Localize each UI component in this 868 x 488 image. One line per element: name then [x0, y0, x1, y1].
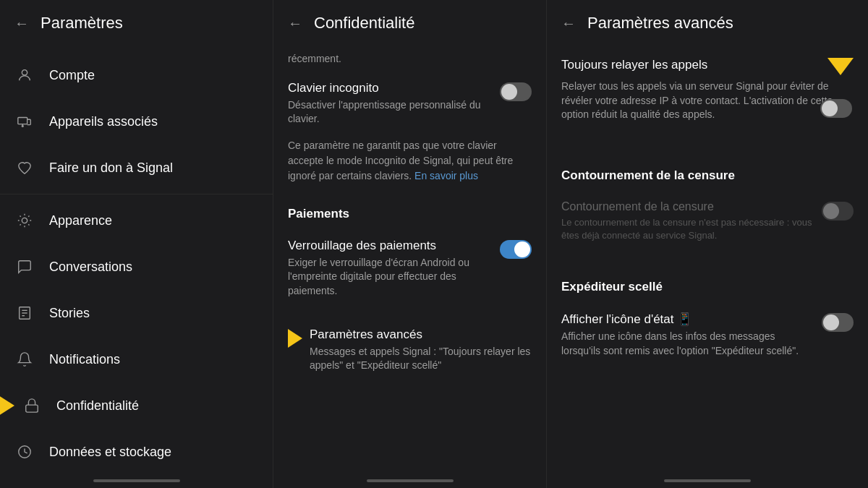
- settings-header: ← Paramètres: [0, 0, 273, 46]
- parametres-avances-content: Paramètres avancés Messages et appels Si…: [310, 328, 532, 373]
- appareils-icon: [14, 111, 35, 132]
- conversations-icon: [14, 257, 35, 277]
- settings-item-stories[interactable]: Stories: [0, 290, 273, 336]
- settings-item-donnees[interactable]: Données et stockage: [0, 429, 273, 471]
- apparence-label: Apparence: [49, 213, 112, 228]
- verrouillage-toggle[interactable]: [500, 240, 532, 259]
- settings-title: Paramètres: [41, 14, 123, 33]
- stories-icon: [14, 303, 35, 323]
- conversations-label: Conversations: [49, 260, 132, 275]
- settings-item-compte[interactable]: Compte: [0, 52, 273, 98]
- confidentialite-title: Confidentialité: [314, 14, 414, 33]
- svg-rect-9: [26, 405, 38, 412]
- icone-etat-title: Afficher l'icône d'état 📱: [561, 312, 813, 327]
- notifications-label: Notifications: [49, 352, 120, 367]
- icone-etat-row[interactable]: Afficher l'icône d'état 📱 Afficher une i…: [561, 300, 854, 369]
- verrouillage-title: Verrouillage des paiements: [288, 239, 491, 253]
- relayer-toggle[interactable]: [820, 99, 852, 118]
- settings-item-don[interactable]: Faire un don à Signal: [0, 145, 273, 191]
- confidentialite-icon: [22, 395, 42, 416]
- don-icon: [14, 158, 35, 178]
- bottom-bar-3: [664, 479, 751, 482]
- clavier-toggle[interactable]: [500, 82, 532, 101]
- confidentialite-content: récemment. Clavier incognito Désactiver …: [273, 46, 546, 471]
- relayer-text: Toujours relayer les appels Relayer tous…: [561, 58, 854, 122]
- parametres-avances-item[interactable]: Paramètres avancés Messages et appels Si…: [288, 316, 532, 385]
- verrouillage-row[interactable]: Verrouillage des paiements Exiger le ver…: [288, 227, 532, 310]
- settings-item-appareils[interactable]: Appareils associés: [0, 98, 273, 145]
- icone-etat-text: Afficher l'icône d'état 📱 Afficher une i…: [561, 312, 813, 358]
- svg-rect-1: [18, 118, 27, 124]
- censure-text: Contournement de la censure Le contourne…: [561, 200, 813, 242]
- appareils-label: Appareils associés: [49, 114, 158, 129]
- clavier-extra-desc: Ce paramètre ne garantit pas que votre c…: [288, 138, 532, 192]
- censure-toggle[interactable]: [822, 202, 854, 221]
- censure-header-label: Contournement de la censure: [561, 154, 854, 189]
- expediteur-section: Expéditeur scellé Afficher l'icône d'éta…: [561, 265, 854, 369]
- settings-item-conversations[interactable]: Conversations: [0, 244, 273, 290]
- advanced-back[interactable]: ←: [561, 15, 576, 32]
- parametres-avances-desc: Messages et appels Signal : "Toujours re…: [310, 345, 532, 373]
- settings-panel: ← Paramètres Compte Apparei: [0, 0, 273, 488]
- clavier-incognito-row[interactable]: Clavier incognito Désactiver l'apprentis…: [288, 69, 532, 138]
- censure-row[interactable]: Contournement de la censure Le contourne…: [561, 189, 854, 254]
- back-button[interactable]: ←: [14, 15, 29, 32]
- verrouillage-text: Verrouillage des paiements Exiger le ver…: [288, 239, 491, 299]
- advanced-header: ← Paramètres avancés: [547, 0, 868, 46]
- verrouillage-desc: Exiger le verrouillage d'écran Android o…: [288, 256, 491, 299]
- stories-label: Stories: [49, 306, 90, 321]
- icone-etat-toggle[interactable]: [822, 313, 854, 332]
- censure-section: Contournement de la censure Contournemen…: [561, 154, 854, 254]
- relayer-title: Toujours relayer les appels: [561, 58, 707, 72]
- bottom-bar-1: [93, 479, 180, 482]
- settings-item-apparence[interactable]: Apparence: [0, 197, 273, 244]
- confidentialite-header: ← Confidentialité: [273, 0, 546, 46]
- divider-1: [0, 194, 273, 194]
- clavier-text: Clavier incognito Désactiver l'apprentis…: [288, 81, 491, 127]
- confidentialite-label: Confidentialité: [56, 398, 139, 414]
- confidentialite-panel: ← Confidentialité récemment. Clavier inc…: [273, 0, 547, 488]
- clavier-desc: Désactiver l'apprentissage personnalisé …: [288, 98, 491, 127]
- advanced-settings-panel: ← Paramètres avancés Toujours relayer le…: [547, 0, 868, 488]
- confidentialite-back[interactable]: ←: [288, 15, 302, 32]
- expediteur-header-label: Expéditeur scellé: [561, 265, 854, 300]
- bottom-bar-2: [367, 479, 454, 482]
- relayer-desc: Relayer tous les appels via un serveur S…: [561, 80, 854, 122]
- advanced-title: Paramètres avancés: [587, 14, 733, 33]
- censure-desc: Le contournement de la censure n'est pas…: [561, 216, 813, 242]
- clavier-title: Clavier incognito: [288, 81, 491, 95]
- advanced-content: Toujours relayer les appels Relayer tous…: [547, 46, 868, 471]
- settings-item-confidentialite[interactable]: Confidentialité: [0, 382, 273, 429]
- apparence-icon: [14, 210, 35, 231]
- paiements-header: Paiements: [288, 192, 532, 227]
- svg-point-0: [22, 70, 27, 75]
- settings-item-notifications[interactable]: Notifications: [0, 336, 273, 382]
- en-savoir-plus-link[interactable]: En savoir plus: [414, 170, 478, 181]
- parametres-avances-title: Paramètres avancés: [310, 328, 532, 342]
- notifications-icon: [14, 349, 35, 369]
- compte-icon: [14, 65, 35, 85]
- donnees-label: Données et stockage: [49, 445, 171, 460]
- relayer-row[interactable]: Toujours relayer les appels Relayer tous…: [561, 46, 854, 134]
- compte-label: Compte: [49, 68, 95, 83]
- svg-point-2: [22, 126, 23, 127]
- settings-list: Compte Appareils associés Faire un don à…: [0, 46, 273, 471]
- don-label: Faire un don à Signal: [49, 160, 173, 176]
- donnees-icon: [14, 442, 35, 462]
- icone-etat-desc: Afficher une icône dans les infos des me…: [561, 330, 813, 358]
- top-fade-text: récemment.: [288, 46, 532, 69]
- svg-point-4: [22, 218, 27, 223]
- censure-title: Contournement de la censure: [561, 200, 813, 213]
